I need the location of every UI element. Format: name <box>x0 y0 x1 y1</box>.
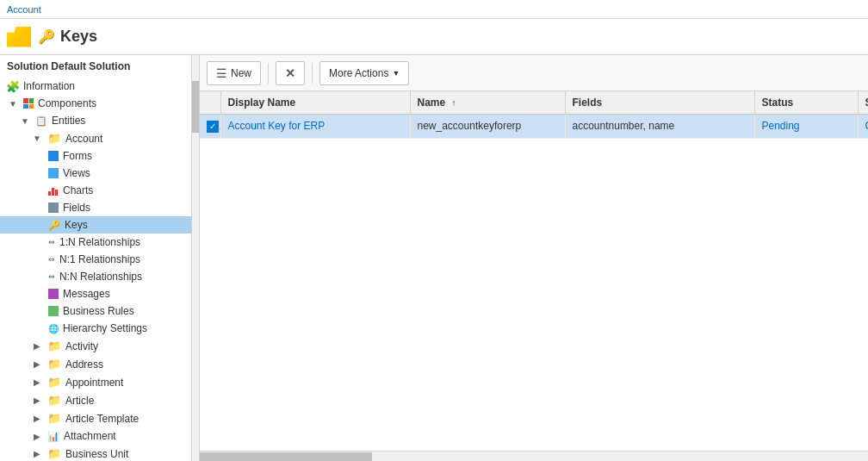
expand-address-icon[interactable]: ▶ <box>31 358 43 371</box>
toolbar: ☰ New ✕ More Actions ▼ <box>200 55 868 91</box>
sidebar-item-attachment[interactable]: ▶ 📊 Attachment <box>0 427 199 445</box>
biz-rules-icon <box>48 306 59 316</box>
col-s[interactable]: S <box>858 91 868 115</box>
fields-icon <box>48 202 59 213</box>
row-status-cell: Pending <box>754 115 858 139</box>
expand-activity-icon[interactable]: ▶ <box>31 340 43 352</box>
forms-icon <box>48 151 59 161</box>
col-fields[interactable]: Fields <box>565 91 754 115</box>
sidebar-item-business-unit[interactable]: ▶ 📁 Business Unit <box>0 445 199 461</box>
sidebar-item-label: Fields <box>63 202 90 214</box>
sidebar-item-label: N:N Relationships <box>59 271 142 283</box>
col-name-label: Name <box>418 97 446 109</box>
sidebar-item-entities[interactable]: ▼ 📋 Entities <box>0 112 199 129</box>
hierarchy-icon: 🌐 <box>48 324 59 333</box>
sidebar-scrollbar-thumb[interactable] <box>192 81 200 133</box>
sidebar-item-article[interactable]: ▶ 📁 Article <box>0 391 199 409</box>
col-fields-label: Fields <box>573 97 603 109</box>
sidebar-item-label: Entities <box>52 115 85 127</box>
delete-button[interactable]: ✕ <box>276 61 305 85</box>
new-button[interactable]: ☰ New <box>207 61 261 85</box>
sidebar-item-label: Information <box>23 80 75 92</box>
solution-header: Solution Default Solution <box>0 55 199 78</box>
folder-icon: 📁 <box>47 376 61 389</box>
expand-attachment-icon[interactable]: ▶ <box>31 430 43 442</box>
sidebar-item-label: Address <box>65 358 103 371</box>
sidebar-item-label: 1:N Relationships <box>59 236 140 248</box>
sidebar-item-label: Business Unit <box>65 448 128 460</box>
bottom-scrollbar-track[interactable] <box>200 452 868 461</box>
col-status[interactable]: Status <box>754 91 858 115</box>
sidebar-item-article-template[interactable]: ▶ 📁 Article Template <box>0 409 199 427</box>
expand-account-icon[interactable]: ▼ <box>31 133 43 145</box>
new-label: New <box>231 67 251 79</box>
sidebar-item-label: N:1 Relationships <box>59 253 140 265</box>
breadcrumb-link[interactable]: Account <box>7 4 41 15</box>
expand-entities-icon[interactable]: ▼ <box>19 115 31 127</box>
dropdown-arrow-icon: ▼ <box>392 69 400 78</box>
components-icon <box>23 98 34 109</box>
more-actions-button[interactable]: More Actions ▼ <box>319 61 409 85</box>
sidebar-item-fields[interactable]: Fields <box>0 199 199 216</box>
sidebar-item-address[interactable]: ▶ 📁 Address <box>0 355 199 373</box>
table-row[interactable]: ✓ Account Key for ERP new_accountkeyfore… <box>200 115 868 139</box>
row-s[interactable]: Creat <box>865 120 869 132</box>
sidebar-item-label: Article Template <box>65 413 139 425</box>
folder-icon: 📁 <box>47 394 61 407</box>
bottom-scrollbar[interactable] <box>200 451 868 461</box>
expand-article-template-icon[interactable]: ▶ <box>31 413 43 425</box>
row-display-name[interactable]: Account Key for ERP <box>228 120 326 132</box>
keys-table: Display Name Name ↑ Fields Status <box>200 91 868 139</box>
expand-bunit-icon[interactable]: ▶ <box>31 448 43 460</box>
more-actions-label: More Actions <box>329 67 388 79</box>
sidebar-item-appointment[interactable]: ▶ 📁 Appointment <box>0 373 199 391</box>
sidebar-item-label: Components <box>38 97 96 109</box>
sidebar-scrollbar-track[interactable] <box>191 55 199 461</box>
folder-icon: 📁 <box>47 358 61 371</box>
table-header: Display Name Name ↑ Fields Status <box>200 91 868 115</box>
sidebar-item-hierarchy[interactable]: 🌐 Hierarchy Settings <box>0 320 199 337</box>
row-s-cell: Creat <box>858 115 868 139</box>
sidebar-item-views[interactable]: Views <box>0 165 199 182</box>
row-status: Pending <box>762 120 800 132</box>
sidebar-item-messages[interactable]: Messages <box>0 285 199 302</box>
sidebar-item-activity[interactable]: ▶ 📁 Activity <box>0 337 199 355</box>
col-display-label: Display Name <box>228 97 296 109</box>
sidebar-item-keys[interactable]: 🔑 Keys <box>0 216 199 234</box>
sidebar-item-n1-relationships[interactable]: ⇔ N:1 Relationships <box>0 251 199 268</box>
col-check <box>200 91 220 115</box>
sidebar-item-label: Business Rules <box>63 305 134 317</box>
row-name-cell: new_accountkeyforerp <box>410 115 565 139</box>
sidebar-item-components[interactable]: ▼ Components <box>0 95 199 112</box>
row-checkbox[interactable]: ✓ <box>207 121 219 133</box>
new-icon: ☰ <box>216 66 227 80</box>
sidebar-item-label: Hierarchy Settings <box>63 322 147 334</box>
col-name[interactable]: Name ↑ <box>410 91 565 115</box>
entities-icon: 📋 <box>35 115 47 127</box>
sidebar-item-account[interactable]: ▼ 📁 Account <box>0 129 199 147</box>
sidebar-item-label: Article <box>65 395 94 407</box>
toolbar-separator <box>268 63 269 84</box>
sidebar-item-label: Forms <box>63 150 92 162</box>
sidebar-item-business-rules[interactable]: Business Rules <box>0 302 199 320</box>
keys-table-container: Display Name Name ↑ Fields Status <box>200 91 868 451</box>
bottom-scrollbar-thumb[interactable] <box>200 452 372 461</box>
key-icon: 🔑 <box>38 28 55 46</box>
col-display-name[interactable]: Display Name <box>220 91 410 115</box>
sidebar-item-label: Messages <box>63 288 110 300</box>
row-check-cell: ✓ <box>200 115 220 139</box>
sidebar-item-label: Attachment <box>64 430 116 442</box>
sidebar-item-label: Appointment <box>65 377 123 389</box>
expand-components-icon[interactable]: ▼ <box>7 97 19 109</box>
expand-article-icon[interactable]: ▶ <box>31 395 43 407</box>
sidebar-item-1n-relationships[interactable]: ⇔ 1:N Relationships <box>0 234 199 251</box>
sidebar-item-forms[interactable]: Forms <box>0 147 199 165</box>
sidebar-item-nn-relationships[interactable]: ⇔ N:N Relationships <box>0 268 199 285</box>
breadcrumb: Account <box>0 0 868 19</box>
sidebar-item-charts[interactable]: Charts <box>0 182 199 199</box>
folder-icon <box>7 27 31 47</box>
sidebar-item-label: Activity <box>65 340 98 352</box>
sidebar-item-information[interactable]: 🧩 Information <box>0 78 199 95</box>
expand-appointment-icon[interactable]: ▶ <box>31 377 43 389</box>
sidebar: Solution Default Solution 🧩 Information … <box>0 55 200 461</box>
